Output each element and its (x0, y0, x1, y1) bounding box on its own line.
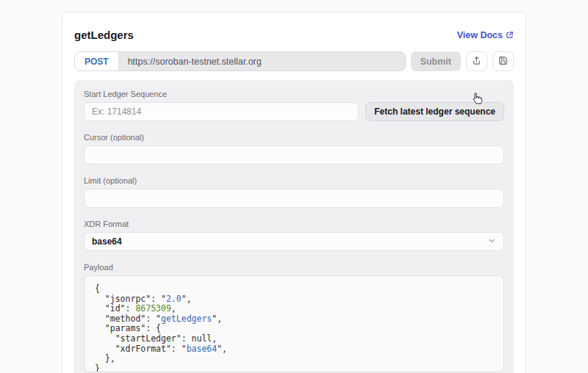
request-bar: POST https://soroban-testnet.stellar.org… (74, 51, 514, 71)
view-docs-label: View Docs (457, 30, 503, 40)
payload-code: { "jsonrpc": "2.0", "id": 8675309, "meth… (84, 275, 504, 372)
parameters-panel: Start Ledger Sequence Fetch latest ledge… (74, 80, 514, 373)
start-ledger-input[interactable] (84, 102, 359, 121)
card-header: getLedgers View Docs (74, 29, 514, 41)
chevron-down-icon (487, 236, 496, 247)
xdr-format-value: base64 (92, 236, 122, 247)
fetch-latest-ledger-button[interactable]: Fetch latest ledger sequence (365, 102, 504, 121)
url-input-group: POST https://soroban-testnet.stellar.org (74, 51, 406, 71)
cursor-input[interactable] (84, 145, 504, 164)
save-icon (498, 55, 508, 68)
xdr-format-label: XDR Format (84, 220, 504, 228)
cursor-label: Cursor (optional) (84, 133, 504, 142)
limit-input[interactable] (84, 189, 504, 208)
limit-label: Limit (optional) (84, 176, 504, 185)
start-ledger-field-group: Start Ledger Sequence Fetch latest ledge… (84, 90, 504, 121)
payload-label: Payload (84, 263, 504, 272)
page-title: getLedgers (74, 29, 134, 41)
limit-field-group: Limit (optional) (84, 176, 504, 208)
share-icon (472, 55, 481, 68)
get-ledgers-card: getLedgers View Docs POST https://soroba… (62, 12, 526, 373)
view-docs-link[interactable]: View Docs (457, 30, 514, 40)
http-method-badge: POST (75, 52, 119, 70)
submit-button[interactable]: Submit (411, 51, 461, 71)
cursor-field-group: Cursor (optional) (84, 133, 504, 164)
rpc-url-input[interactable]: https://soroban-testnet.stellar.org (119, 52, 270, 70)
share-button[interactable] (466, 51, 487, 71)
xdr-format-select[interactable]: base64 (84, 232, 504, 251)
save-button[interactable] (492, 51, 514, 71)
payload-field-group: Payload { "jsonrpc": "2.0", "id": 867530… (84, 263, 504, 372)
start-ledger-label: Start Ledger Sequence (84, 90, 504, 98)
external-link-icon (506, 31, 514, 39)
xdr-format-field-group: XDR Format base64 (84, 220, 504, 251)
